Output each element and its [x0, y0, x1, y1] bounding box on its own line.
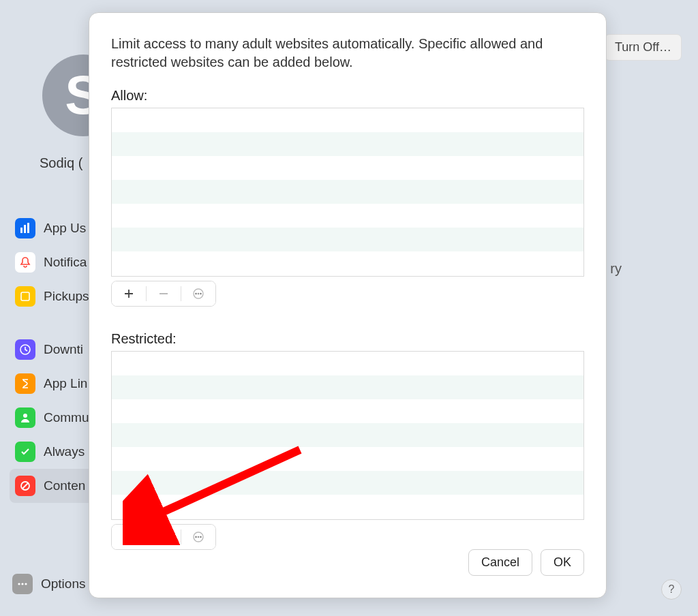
- cancel-button[interactable]: Cancel: [468, 549, 532, 576]
- turn-off-button[interactable]: Turn Off…: [605, 34, 682, 61]
- content-restrictions-dialog: Limit access to many adult websites auto…: [89, 12, 607, 598]
- nosign-icon: [15, 476, 35, 496]
- bars-icon: [15, 218, 35, 238]
- allow-listbox[interactable]: [111, 108, 584, 277]
- svg-point-15: [196, 293, 197, 294]
- pickup-icon: [15, 286, 35, 307]
- svg-point-16: [198, 293, 199, 294]
- sidebar-item-label: Commu: [44, 410, 89, 425]
- options-label: Options: [41, 576, 85, 591]
- svg-rect-0: [20, 228, 22, 233]
- ok-button[interactable]: OK: [541, 549, 584, 576]
- sidebar-item-label: Pickups: [44, 289, 89, 304]
- allow-more-button[interactable]: [181, 281, 215, 306]
- clock-icon: [15, 339, 35, 360]
- help-button[interactable]: ?: [661, 579, 682, 600]
- allow-list-toolbar: [111, 281, 216, 307]
- svg-rect-2: [27, 223, 29, 233]
- svg-point-24: [200, 536, 202, 538]
- help-label: ?: [669, 583, 675, 596]
- svg-point-8: [18, 583, 20, 585]
- sidebar-item-label: Downti: [44, 342, 83, 357]
- svg-point-22: [196, 536, 197, 538]
- svg-point-23: [198, 536, 199, 538]
- sidebar-item-label: Notifica: [44, 255, 87, 270]
- restricted-label: Restricted:: [111, 331, 584, 347]
- partial-text: ry: [610, 261, 622, 277]
- svg-point-17: [200, 293, 202, 294]
- svg-point-9: [21, 583, 23, 585]
- restricted-add-button[interactable]: [112, 525, 146, 549]
- restricted-more-button[interactable]: [181, 525, 215, 549]
- restricted-remove-button[interactable]: [147, 525, 181, 549]
- svg-line-7: [22, 483, 28, 489]
- sidebar-item-label: App Us: [44, 221, 86, 236]
- dialog-footer: Cancel OK: [468, 549, 584, 576]
- restricted-listbox[interactable]: [111, 351, 584, 520]
- sidebar-item-label: Always: [44, 444, 85, 459]
- allow-add-button[interactable]: [112, 281, 146, 306]
- options-button[interactable]: Options: [12, 574, 85, 594]
- allow-remove-button[interactable]: [147, 281, 181, 306]
- ellipsis-icon: [12, 574, 33, 594]
- svg-rect-3: [21, 292, 29, 301]
- dialog-description: Limit access to many adult websites auto…: [111, 35, 584, 72]
- bell-icon: [15, 252, 35, 273]
- person-icon: [15, 407, 35, 428]
- svg-point-5: [23, 414, 27, 418]
- allow-label: Allow:: [111, 88, 584, 104]
- hourglass-icon: [15, 373, 35, 394]
- svg-rect-1: [24, 225, 26, 233]
- sidebar-item-label: Conten: [44, 478, 85, 493]
- check-icon: [15, 442, 35, 462]
- svg-point-10: [25, 583, 27, 585]
- restricted-list-toolbar: [111, 524, 216, 550]
- username-label: Sodiq (: [40, 155, 82, 171]
- sidebar-item-label: App Lin: [44, 376, 87, 391]
